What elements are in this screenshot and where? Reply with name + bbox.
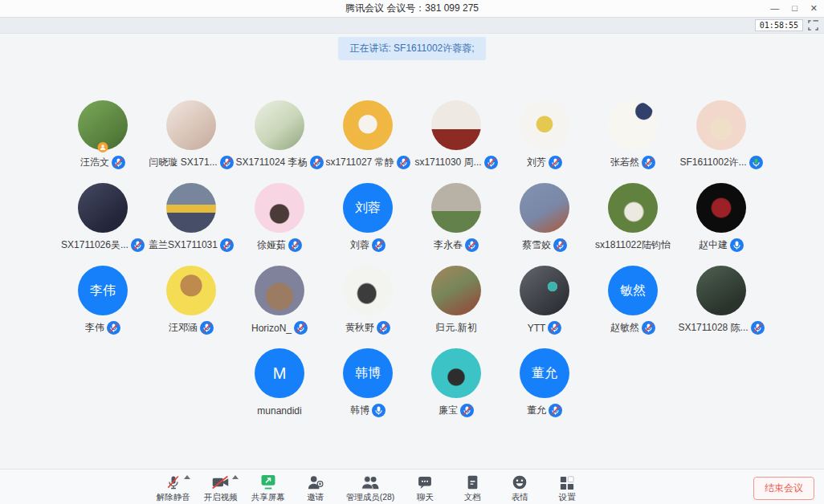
participant-cell[interactable]: HorizoN_ (235, 266, 324, 335)
maximize-icon[interactable]: □ (792, 4, 797, 13)
participant-cell[interactable]: 张若然 (589, 100, 677, 169)
avatar (255, 183, 304, 233)
participant-cell[interactable]: 汪浩文 (59, 100, 147, 169)
mic-status-icon[interactable] (310, 156, 324, 169)
mic-status-icon[interactable] (220, 156, 234, 169)
unmute-label: 解除静音 (157, 492, 190, 503)
participant-row-1: 汪浩文 闫晓璇 SX171... (0, 100, 824, 169)
documents-button[interactable]: 文档 (455, 474, 489, 503)
participant-cell[interactable]: M munandidi (235, 348, 324, 417)
mic-status-icon[interactable] (220, 238, 234, 252)
camera-off-icon (211, 474, 230, 490)
participant-cell[interactable]: 李伟 李伟 (59, 266, 147, 335)
participant-row-2: SX1711026吴... 盖兰SX1711031 (0, 183, 824, 252)
participant-name: 汪浩文 (80, 156, 109, 169)
participant-cell[interactable]: SX1711026吴... (59, 183, 147, 252)
avatar (78, 100, 128, 150)
avatar (166, 266, 216, 315)
participant-name: 李伟 (85, 321, 104, 335)
avatar (608, 100, 658, 150)
meeting-statusbar: 01:58:55 (0, 17, 824, 34)
participant-cell[interactable]: SX1711028 陈... (677, 266, 765, 335)
mic-status-icon[interactable] (642, 156, 655, 169)
participant-name: sx1711030 周... (414, 156, 481, 169)
chevron-up-icon[interactable] (232, 475, 239, 479)
participant-cell[interactable]: 闫晓璇 SX171... (147, 100, 235, 169)
mic-status-icon[interactable] (553, 238, 567, 252)
participant-cell[interactable]: 刘芳 (500, 100, 589, 169)
settings-button[interactable]: 设置 (550, 474, 584, 503)
avatar: 韩博 (343, 348, 393, 398)
window-controls: — □ ✕ (770, 0, 818, 17)
mic-status-icon[interactable] (294, 321, 308, 335)
participant-name-row: sx1811022陆钧怡 (595, 238, 671, 252)
mic-status-icon[interactable] (377, 321, 390, 335)
participant-name-row: YTT (528, 321, 562, 335)
participant-cell[interactable]: 归元.新初 (412, 266, 500, 335)
chat-icon (417, 474, 433, 490)
chat-button[interactable]: 聊天 (408, 474, 442, 503)
mic-status-icon[interactable] (749, 156, 763, 169)
fullscreen-icon[interactable] (808, 20, 818, 30)
mic-status-icon[interactable] (131, 238, 145, 252)
participant-name-row: SX1711026吴... (61, 238, 145, 252)
participant-cell[interactable]: 徐娅茹 (235, 183, 324, 252)
avatar (520, 266, 569, 315)
participant-cell[interactable]: sx1811022陆钧怡 (589, 183, 677, 252)
participant-name-row: 李伟 (85, 321, 120, 335)
mic-status-icon[interactable] (730, 238, 744, 252)
toolbar-group: 解除静音 开启视频 共享屏幕 (157, 474, 585, 503)
participant-cell[interactable]: 敏然 赵敏然 (589, 266, 677, 335)
participant-cell[interactable]: 蔡雪姣 (500, 183, 589, 252)
mic-status-icon[interactable] (549, 156, 562, 169)
mic-status-icon[interactable] (484, 156, 498, 169)
participant-cell[interactable]: sx1711027 常静 (324, 100, 412, 169)
mic-status-icon[interactable] (107, 321, 120, 335)
minimize-icon[interactable]: — (770, 4, 779, 13)
mic-status-icon[interactable] (112, 156, 125, 169)
mic-status-icon[interactable] (460, 404, 474, 417)
participant-name-row: 汪浩文 (80, 156, 125, 169)
mic-status-icon[interactable] (288, 238, 302, 252)
mic-status-icon[interactable] (372, 238, 385, 252)
chevron-up-icon[interactable] (184, 475, 190, 479)
manage-members-button[interactable]: 管理成员(28) (346, 474, 395, 503)
participant-cell[interactable]: 董允 董允 (500, 348, 589, 417)
participant-cell[interactable]: 刘蓉 刘蓉 (324, 183, 412, 252)
participant-cell[interactable]: SF1611002许... (677, 100, 765, 169)
settings-icon (560, 474, 574, 490)
participant-name: sx1811022陆钧怡 (595, 238, 671, 252)
end-meeting-button[interactable]: 结束会议 (753, 477, 814, 500)
close-icon[interactable]: ✕ (810, 4, 818, 13)
participant-cell[interactable]: YTT (500, 266, 589, 335)
participant-cell[interactable]: 盖兰SX1711031 (147, 183, 235, 252)
participant-cell[interactable]: 汪邓涵 (147, 266, 235, 335)
participant-name-row: HorizoN_ (251, 321, 308, 335)
avatar: 李伟 (78, 266, 128, 315)
mic-status-icon[interactable] (200, 321, 214, 335)
mic-status-icon[interactable] (751, 321, 765, 335)
mic-status-icon[interactable] (548, 321, 561, 335)
mic-status-icon[interactable] (465, 238, 479, 252)
mic-status-icon[interactable] (372, 404, 385, 417)
participant-name-row: 闫晓璇 SX171... (149, 156, 233, 169)
participant-cell[interactable]: 韩博 韩博 (324, 348, 412, 417)
participant-name-row: 张若然 (610, 156, 655, 169)
invite-button[interactable]: 邀请 (299, 474, 332, 503)
participant-cell[interactable]: sx1711030 周... (412, 100, 500, 169)
mic-status-icon[interactable] (549, 404, 562, 417)
start-video-button[interactable]: 开启视频 (204, 474, 238, 503)
participant-cell[interactable]: 黄秋野 (324, 266, 412, 335)
participant-name: 徐娅茹 (257, 238, 286, 252)
reactions-button[interactable]: 表情 (503, 474, 536, 503)
mic-status-icon[interactable] (397, 156, 410, 169)
participant-cell[interactable]: 廉宝 (412, 348, 500, 417)
participant-cell[interactable]: 李永春 (412, 183, 500, 252)
meeting-timer: 01:58:55 (755, 19, 803, 31)
participant-name: SX1711024 李杨 (235, 156, 307, 169)
unmute-button[interactable]: 解除静音 (157, 474, 190, 503)
mic-status-icon[interactable] (642, 321, 655, 335)
share-screen-button[interactable]: 共享屏幕 (251, 474, 285, 503)
participant-cell[interactable]: SX1711024 李杨 (235, 100, 324, 169)
participant-cell[interactable]: 赵中建 (677, 183, 765, 252)
